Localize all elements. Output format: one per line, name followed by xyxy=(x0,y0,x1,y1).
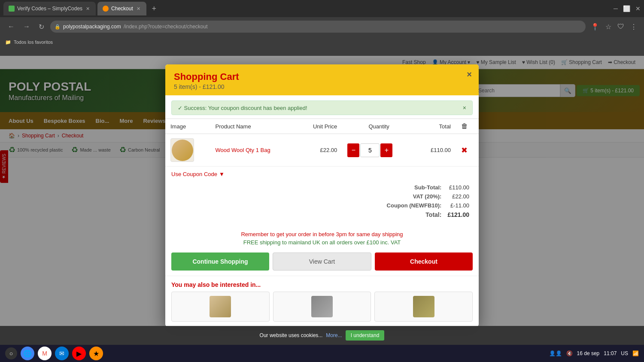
taskbar-score-icon[interactable]: ★ xyxy=(89,347,103,360)
total-row: Total: £121.00 xyxy=(384,210,472,219)
cookie-bar: Our website uses cookies... More... I un… xyxy=(0,326,644,345)
taskbar-right: 👤👤 🔇 16 de sep 11:07 US 📶 xyxy=(549,350,639,356)
continue-shopping-button[interactable]: Continue Shopping xyxy=(171,252,269,271)
time: 11:07 xyxy=(604,350,617,356)
also-interested-items xyxy=(171,292,473,322)
favorites-icon: 📁 xyxy=(5,40,11,45)
subtotal-value: £110.00 xyxy=(445,183,472,192)
modal-overlay: Shopping Cart 5 item(s) - £121.00 × ✓ Su… xyxy=(0,56,644,362)
favorites-label: Todos los favoritos xyxy=(14,40,53,45)
location-icon[interactable]: 📍 xyxy=(589,22,601,32)
also-item-2[interactable] xyxy=(273,292,371,322)
date: 16 de sep xyxy=(577,350,600,356)
tab2-close[interactable]: ✕ xyxy=(136,5,141,12)
product-image-placeholder xyxy=(172,140,193,161)
page-background: Fast Shop 👤 My Account ▾ ♥ My Sample Lis… xyxy=(0,56,644,362)
coupon-code-link[interactable]: Use Coupon Code ▼ xyxy=(171,171,473,177)
product-remove-cell: ✖ xyxy=(456,134,479,167)
table-row: Wood Wool Qty 1 Bag £22.00 − + xyxy=(165,134,479,167)
coupon-discount-value: £-11.00 xyxy=(445,201,472,210)
date-time: 16 de sep 11:07 US xyxy=(577,350,628,356)
tab2-favicon xyxy=(103,6,109,12)
remove-item-button[interactable]: ✖ xyxy=(461,146,468,155)
taskbar-gmail-icon[interactable]: M xyxy=(38,347,52,360)
taskbar-start-button[interactable]: ○ xyxy=(5,347,17,359)
close-browser-button[interactable]: ✕ xyxy=(635,5,641,12)
alert-close-button[interactable]: × xyxy=(463,104,466,111)
also-item-1[interactable] xyxy=(171,292,270,322)
vat-value: £22.00 xyxy=(445,192,472,201)
cookie-more-link[interactable]: More... xyxy=(326,332,342,338)
product-name-link[interactable]: Wood Wool Qty 1 Bag xyxy=(216,147,270,153)
modal-body: ✓ Success: Your coupon discount has been… xyxy=(165,100,479,327)
product-image-cell xyxy=(165,134,210,167)
browser-titlebar: Verify Codes – SimplyCodes ✕ Checkout ✕ … xyxy=(0,0,644,17)
cookie-text: Our website uses cookies... xyxy=(260,332,323,338)
line-total-value: £110.00 xyxy=(431,147,451,153)
back-button[interactable]: ← xyxy=(5,21,17,32)
forward-button[interactable]: → xyxy=(21,21,33,32)
modal-header: Shopping Cart 5 item(s) - £121.00 × xyxy=(165,64,479,95)
address-bar[interactable]: 🔒 polypostalpackaging.com/index.php?rout… xyxy=(50,21,586,33)
qty-input[interactable] xyxy=(360,143,380,157)
tab1-favicon xyxy=(9,6,15,12)
refresh-button[interactable]: ↻ xyxy=(36,21,47,33)
total-label: Total: xyxy=(384,210,444,219)
delete-all-icon[interactable]: 🗑 xyxy=(461,122,468,130)
subtotal-row: Sub-Total: £110.00 xyxy=(384,183,472,192)
address-domain: polypostalpackaging.com xyxy=(63,24,121,30)
view-cart-button[interactable]: View Cart xyxy=(273,252,371,271)
col-product: Product Name xyxy=(210,119,297,134)
coupon-discount-label: Coupon (NEWFB10): xyxy=(384,201,444,210)
shipping-reminder: Remember to get your order in before 3pm… xyxy=(171,231,473,237)
alert-text: ✓ Success: Your coupon discount has been… xyxy=(178,105,307,111)
taskbar-mail-icon[interactable]: ✉ xyxy=(55,347,69,360)
address-bar-row: ← → ↻ 🔒 polypostalpackaging.com/index.ph… xyxy=(0,17,644,36)
restore-button[interactable]: ⬜ xyxy=(623,5,630,12)
locale: US xyxy=(621,350,628,356)
wifi-icon[interactable]: 📶 xyxy=(632,350,639,356)
taskbar-youtube-icon[interactable]: ▶ xyxy=(72,347,86,360)
tab1-label: Verify Codes – SimplyCodes xyxy=(17,6,82,12)
qty-increase-button[interactable]: + xyxy=(380,143,392,157)
also-item-3[interactable] xyxy=(374,292,473,322)
checkout-button[interactable]: Checkout xyxy=(375,252,473,271)
new-tab-button[interactable]: + xyxy=(148,3,160,15)
browser-extras: 📍 ☆ 🛡 ⋮ xyxy=(589,22,639,32)
cookie-understand-button[interactable]: I understand xyxy=(346,330,385,341)
cart-footer: Use Coupon Code ▼ Sub-Total: £110.00 VAT… xyxy=(165,167,479,228)
tab1-close[interactable]: ✕ xyxy=(85,5,91,12)
qty-decrease-button[interactable]: − xyxy=(347,143,359,157)
bookmark-icon[interactable]: ☆ xyxy=(604,22,613,32)
lock-icon: 🔒 xyxy=(55,24,61,30)
product-name-cell: Wood Wool Qty 1 Bag xyxy=(210,134,297,167)
col-total: Total xyxy=(416,119,456,134)
also-interested-title: You may also be interested in... xyxy=(171,281,473,288)
also-item-1-image xyxy=(210,296,231,317)
product-name-text: Wood Wool Qty 1 Bag xyxy=(216,147,270,153)
taskbar-chrome-icon[interactable]: 🌐 xyxy=(21,347,34,360)
col-image: Image xyxy=(165,119,210,134)
product-price-cell: £22.00 xyxy=(297,134,342,167)
browser-tab-1[interactable]: Verify Codes – SimplyCodes ✕ xyxy=(3,2,96,15)
action-buttons: Continue Shopping View Cart Checkout xyxy=(165,247,479,276)
coupon-arrow-icon: ▼ xyxy=(219,171,225,177)
unit-price-value: £22.00 xyxy=(320,147,337,153)
shield-icon[interactable]: 🛡 xyxy=(616,22,626,31)
minimize-button[interactable]: ─ xyxy=(614,5,618,12)
quantity-control: − + xyxy=(347,143,410,157)
volume-icon[interactable]: 🔇 xyxy=(566,350,573,356)
subtotal-label: Sub-Total: xyxy=(384,183,444,192)
col-price: Unit Price xyxy=(297,119,342,134)
also-item-2-image xyxy=(311,296,333,317)
shopping-cart-modal: Shopping Cart 5 item(s) - £121.00 × ✓ Su… xyxy=(165,64,479,327)
also-item-3-image xyxy=(413,296,434,317)
info-messages: Remember to get your order in before 3pm… xyxy=(165,228,479,247)
menu-icon[interactable]: ⋮ xyxy=(629,22,639,32)
product-image xyxy=(170,138,194,162)
coupon-label: Use Coupon Code xyxy=(171,171,217,177)
modal-close-button[interactable]: × xyxy=(467,70,472,79)
browser-tab-2[interactable]: Checkout ✕ xyxy=(97,2,146,15)
favorites-bar: 📁 Todos los favoritos xyxy=(0,36,644,48)
taskbar-avatar: 👤👤 xyxy=(549,350,562,356)
